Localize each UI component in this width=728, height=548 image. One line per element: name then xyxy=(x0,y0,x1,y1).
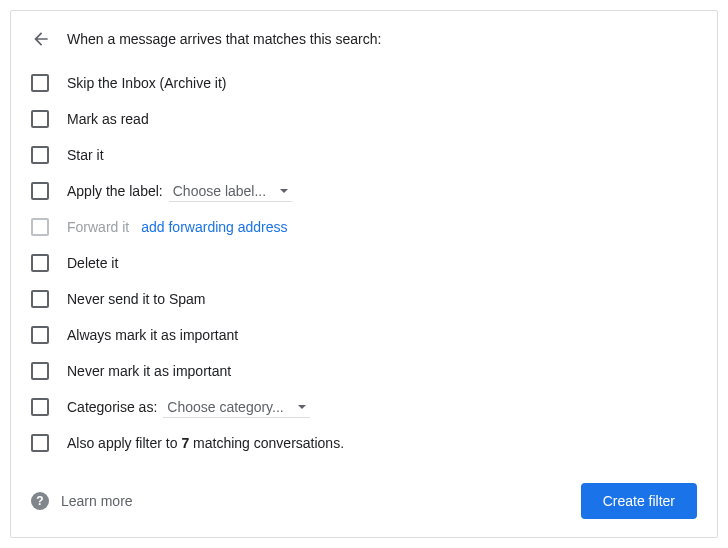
dialog-header: When a message arrives that matches this… xyxy=(31,29,697,49)
filter-options-list: Skip the Inbox (Archive it) Mark as read… xyxy=(31,65,697,461)
label-apply-label: Apply the label: xyxy=(67,183,163,199)
chevron-down-icon xyxy=(280,189,288,193)
checkbox-apply-label[interactable] xyxy=(31,182,49,200)
label-skip-inbox: Skip the Inbox (Archive it) xyxy=(67,75,227,91)
label-also-apply: Also apply filter to 7 matching conversa… xyxy=(67,435,344,451)
label-never-spam: Never send it to Spam xyxy=(67,291,206,307)
option-also-apply: Also apply filter to 7 matching conversa… xyxy=(31,425,697,461)
also-apply-suffix: matching conversations. xyxy=(189,435,344,451)
add-forwarding-link[interactable]: add forwarding address xyxy=(141,219,287,235)
option-apply-label: Apply the label: Choose label... xyxy=(31,173,697,209)
category-dropdown[interactable]: Choose category... xyxy=(163,397,309,418)
label-categorise: Categorise as: xyxy=(67,399,157,415)
checkbox-never-important[interactable] xyxy=(31,362,49,380)
also-apply-prefix: Also apply filter to xyxy=(67,435,181,451)
help-icon[interactable]: ? xyxy=(31,492,49,510)
option-star: Star it xyxy=(31,137,697,173)
dialog-footer: ? Learn more Create filter xyxy=(31,463,697,519)
create-filter-button[interactable]: Create filter xyxy=(581,483,697,519)
label-dropdown-text: Choose label... xyxy=(173,183,266,199)
checkbox-skip-inbox[interactable] xyxy=(31,74,49,92)
checkbox-forward[interactable] xyxy=(31,218,49,236)
learn-more-link[interactable]: Learn more xyxy=(61,493,133,509)
label-forward: Forward it xyxy=(67,219,129,235)
option-categorise: Categorise as: Choose category... xyxy=(31,389,697,425)
category-dropdown-text: Choose category... xyxy=(167,399,283,415)
checkbox-also-apply[interactable] xyxy=(31,434,49,452)
label-always-important: Always mark it as important xyxy=(67,327,238,343)
option-always-important: Always mark it as important xyxy=(31,317,697,353)
checkbox-delete[interactable] xyxy=(31,254,49,272)
label-delete: Delete it xyxy=(67,255,118,271)
label-never-important: Never mark it as important xyxy=(67,363,231,379)
footer-left: ? Learn more xyxy=(31,492,133,510)
checkbox-categorise[interactable] xyxy=(31,398,49,416)
option-never-spam: Never send it to Spam xyxy=(31,281,697,317)
checkbox-always-important[interactable] xyxy=(31,326,49,344)
option-mark-read: Mark as read xyxy=(31,101,697,137)
checkbox-mark-read[interactable] xyxy=(31,110,49,128)
filter-dialog: When a message arrives that matches this… xyxy=(10,10,718,538)
chevron-down-icon xyxy=(298,405,306,409)
option-delete: Delete it xyxy=(31,245,697,281)
label-dropdown[interactable]: Choose label... xyxy=(169,181,292,202)
option-skip-inbox: Skip the Inbox (Archive it) xyxy=(31,65,697,101)
checkbox-never-spam[interactable] xyxy=(31,290,49,308)
option-forward: Forward it add forwarding address xyxy=(31,209,697,245)
label-star: Star it xyxy=(67,147,104,163)
option-never-important: Never mark it as important xyxy=(31,353,697,389)
dialog-title: When a message arrives that matches this… xyxy=(67,31,381,47)
back-arrow-icon[interactable] xyxy=(31,29,51,49)
label-mark-read: Mark as read xyxy=(67,111,149,127)
checkbox-star[interactable] xyxy=(31,146,49,164)
